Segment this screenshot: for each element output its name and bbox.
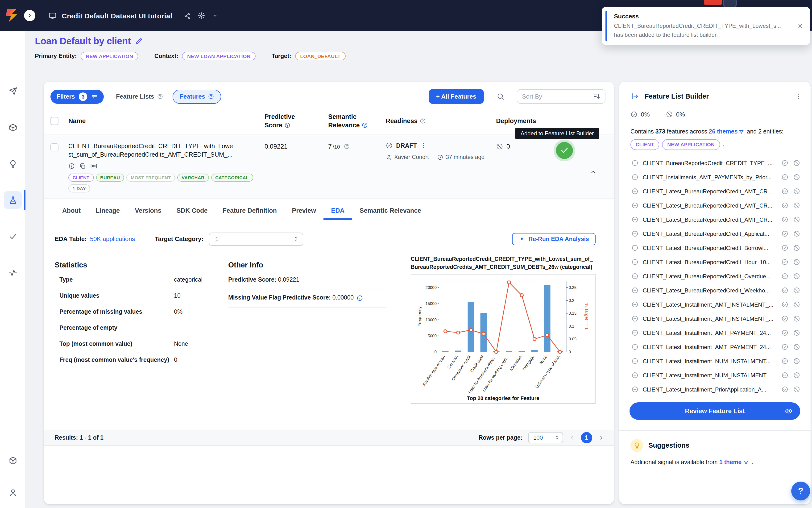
builder-feature-item[interactable]: CLIENT_Installments_AMT_PAYMENTs_by_Prio… (619, 170, 811, 184)
tab-versions[interactable]: Versions (127, 202, 169, 220)
builder-feature-item[interactable]: CLIENT_Latest_BureauReportedCredit_Borro… (619, 241, 811, 255)
builder-feature-item[interactable]: CLIENT_Latest_Installment_AMT_PAYMENT_24… (619, 326, 811, 340)
remove-feature-icon[interactable] (631, 188, 638, 195)
tab-preview[interactable]: Preview (284, 202, 323, 220)
all-features-button[interactable]: + All Features (428, 89, 484, 104)
suggestion-theme-link[interactable]: 1 theme (719, 459, 742, 466)
sort-by-input[interactable]: Sort By (517, 89, 605, 104)
filters-button[interactable]: Filters 3 (50, 89, 104, 103)
primary-entity-pill[interactable]: NEW APPLICATION (81, 52, 138, 60)
select-all-checkbox[interactable] (50, 117, 58, 125)
feature-lists-tab[interactable]: Feature Lists (116, 93, 163, 100)
copy-icon[interactable] (79, 163, 86, 169)
target-category-select[interactable]: 1 (209, 232, 304, 246)
table-row[interactable]: CLIENT_BureauReportedCredit_CREDIT_TYPE_… (44, 134, 614, 199)
tab-semantic-relevance[interactable]: Semantic Relevance (352, 202, 428, 220)
tab-sdk-code[interactable]: SDK Code (169, 202, 215, 220)
tab-feature-definition[interactable]: Feature Definition (215, 202, 284, 220)
remove-feature-icon[interactable] (631, 386, 638, 393)
feature-name[interactable]: CLIENT_BureauReportedCredit_CREDIT_TYPE_… (69, 142, 238, 151)
help-icon[interactable] (419, 118, 425, 124)
edit-pencil-icon[interactable] (135, 37, 143, 45)
builder-feature-item[interactable]: CLIENT_Latest_Installment_AMT_INSTALMENT… (619, 298, 811, 312)
added-check-button[interactable] (556, 142, 573, 159)
cube-icon (8, 456, 17, 465)
collapse-row-icon[interactable] (589, 168, 597, 176)
remove-feature-icon[interactable] (631, 344, 638, 351)
features-tab[interactable]: Features (173, 89, 221, 103)
tab-lineage[interactable]: Lineage (88, 202, 127, 220)
builder-feature-item[interactable]: CLIENT_Latest_BureauReportedCredit_Hour_… (619, 255, 811, 269)
remove-feature-icon[interactable] (631, 230, 638, 238)
app-logo[interactable] (5, 9, 18, 22)
chevron-down-icon[interactable] (212, 12, 219, 19)
remove-feature-icon[interactable] (631, 330, 638, 337)
filter-funnel-icon[interactable] (739, 129, 744, 135)
sidebar-item-resources[interactable] (4, 452, 22, 469)
settings-gear-icon[interactable] (198, 12, 206, 19)
help-icon[interactable] (362, 122, 368, 128)
id-badge-icon[interactable] (90, 162, 98, 170)
builder-feature-item[interactable]: CLIENT_Latest_BureauReportedCredit_Appli… (619, 227, 811, 241)
builder-feature-item[interactable]: CLIENT_Latest_BureauReportedCredit_Weekh… (619, 284, 811, 298)
builder-feature-item[interactable]: CLIENT_Latest_Installment_NUM_INSTALMENT… (619, 354, 811, 368)
workspace-title[interactable]: Credit Default Dataset UI tutorial (62, 11, 172, 19)
help-icon[interactable] (208, 93, 214, 99)
filter-funnel-icon[interactable] (743, 460, 749, 465)
remove-feature-icon[interactable] (631, 174, 638, 181)
info-icon[interactable] (69, 163, 75, 169)
share-icon[interactable] (184, 12, 191, 19)
rows-per-page-select[interactable]: 100 (528, 432, 563, 443)
sidebar-item-monitoring[interactable] (4, 264, 22, 282)
info-icon[interactable] (357, 295, 363, 301)
tab-eda[interactable]: EDA (323, 202, 352, 220)
remove-feature-icon[interactable] (631, 216, 638, 223)
sidebar-item-insights[interactable] (4, 155, 22, 173)
help-icon[interactable] (344, 143, 350, 150)
builder-feature-item[interactable]: CLIENT_Latest_Installment_PriorApplicati… (619, 383, 811, 397)
kebab-menu-icon[interactable] (795, 92, 802, 100)
builder-feature-item[interactable]: CLIENT_Latest_Installment_AMT_PAYMENT_24… (619, 340, 811, 354)
builder-feature-item[interactable]: CLIENT_Latest_Installment_AMT_INSTALMENT… (619, 312, 811, 326)
sidebar-item-account[interactable] (4, 483, 22, 501)
toast-close-icon[interactable] (797, 23, 804, 29)
remove-feature-icon[interactable] (631, 202, 638, 209)
builder-feature-item[interactable]: CLIENT_Latest_BureauReportedCredit_AMT_C… (619, 184, 811, 199)
builder-feature-item[interactable]: CLIENT_Latest_BureauReportedCredit_AMT_C… (619, 213, 811, 227)
help-icon[interactable] (284, 122, 290, 128)
remove-feature-icon[interactable] (631, 259, 638, 266)
help-button[interactable]: ? (791, 481, 810, 501)
remove-feature-icon[interactable] (631, 245, 638, 252)
context-pill[interactable]: NEW LOAN APPLICATION (182, 52, 256, 60)
kebab-menu-icon[interactable] (420, 142, 427, 149)
remove-feature-icon[interactable] (631, 301, 638, 308)
tab-about[interactable]: About (55, 202, 88, 220)
prev-page-icon[interactable] (569, 434, 575, 441)
remove-feature-icon[interactable] (631, 315, 638, 323)
next-page-icon[interactable] (598, 434, 604, 441)
remove-feature-icon[interactable] (631, 160, 638, 167)
not-deployed-icon (793, 273, 800, 280)
review-feature-list-button[interactable]: Review Feature List (630, 403, 800, 420)
remove-feature-icon[interactable] (631, 273, 638, 280)
remove-feature-icon[interactable] (631, 287, 638, 294)
search-button[interactable] (493, 89, 507, 103)
eda-table-link[interactable]: 50K applications (90, 236, 135, 243)
sidebar-item-experiments[interactable] (4, 191, 22, 209)
page-number[interactable]: 1 (581, 432, 592, 443)
sidebar-item-approvals[interactable] (4, 227, 22, 245)
help-icon[interactable] (157, 93, 163, 99)
builder-feature-item[interactable]: CLIENT_BureauReportedCredit_CREDIT_TYPE_… (619, 156, 811, 170)
sidebar-item-launch[interactable] (4, 82, 22, 100)
remove-feature-icon[interactable] (631, 358, 638, 365)
themes-link[interactable]: 26 themes (709, 128, 737, 135)
builder-feature-item[interactable]: CLIENT_Latest_BureauReportedCredit_Overd… (619, 269, 811, 284)
builder-feature-item[interactable]: CLIENT_Latest_BureauReportedCredit_AMT_C… (619, 199, 811, 213)
remove-feature-icon[interactable] (631, 372, 638, 379)
target-pill[interactable]: LOAN_DEFAULT (295, 52, 346, 60)
sidebar-item-catalog[interactable] (4, 118, 22, 136)
builder-feature-item[interactable]: CLIENT_Latest_Installment_NUM_INSTALMENT… (619, 368, 811, 383)
sidebar-collapse-button[interactable] (24, 10, 35, 21)
rerun-eda-button[interactable]: Re-Run EDA Analysis (512, 233, 595, 245)
row-checkbox[interactable] (50, 143, 58, 152)
